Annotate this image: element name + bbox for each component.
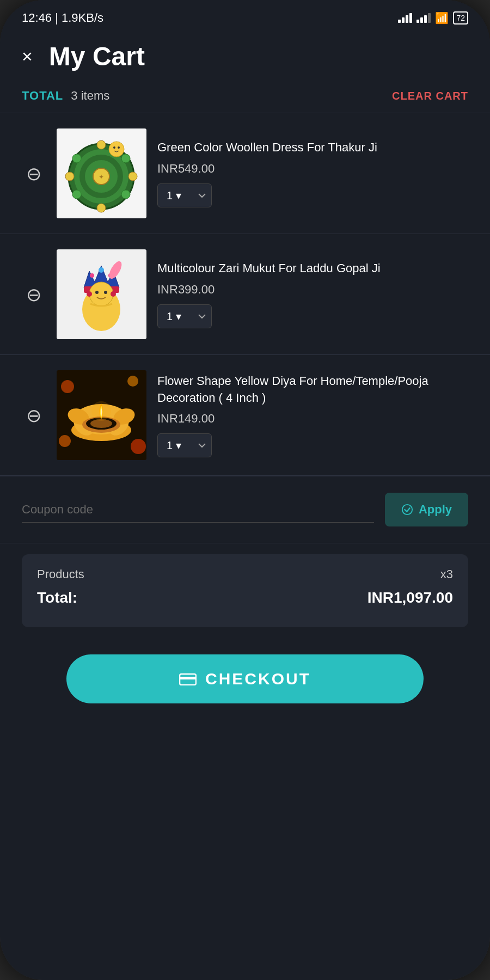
status-bar: 12:46 | 1.9KB/s 📶 72	[0, 0, 490, 30]
checkout-button[interactable]: CHECKOUT	[66, 654, 424, 703]
item-1-name: Green Color Woollen Dress For Thakur Ji	[157, 139, 468, 156]
phone-frame: 12:46 | 1.9KB/s 📶 72	[0, 0, 490, 980]
item-3-image	[57, 370, 146, 460]
item-2-quantity-select[interactable]: 1 ▾ 2 3	[157, 304, 212, 328]
svg-point-6	[121, 154, 130, 163]
divider-summary	[0, 543, 490, 543]
svg-point-12	[72, 154, 81, 163]
products-count: x3	[440, 567, 453, 581]
products-label: Products	[37, 567, 84, 581]
item-2-details: Multicolour Zari Mukut For Laddu Gopal J…	[157, 260, 468, 328]
svg-point-10	[72, 190, 81, 199]
checkmark-icon	[401, 504, 413, 516]
scroll-content[interactable]: ⊖	[0, 113, 490, 980]
remove-item-2-button[interactable]: ⊖	[22, 284, 46, 305]
item-2-image	[57, 249, 146, 339]
item-1-quantity-select[interactable]: 1 ▾ 2 3	[157, 183, 212, 207]
svg-point-26	[95, 291, 99, 294]
svg-point-9	[97, 204, 106, 212]
svg-point-11	[65, 172, 74, 181]
svg-point-17	[118, 146, 120, 149]
svg-point-31	[61, 380, 74, 393]
order-summary: Products x3 Total: INR1,097.00	[22, 554, 468, 627]
svg-point-45	[402, 505, 412, 514]
svg-text:✦: ✦	[99, 173, 104, 181]
item-2-price: INR399.00	[157, 283, 468, 297]
svg-point-8	[121, 190, 130, 199]
products-row: Products x3	[37, 567, 453, 581]
remove-item-3-button[interactable]: ⊖	[22, 405, 46, 426]
apply-coupon-button[interactable]: Apply	[385, 493, 468, 526]
svg-point-22	[99, 267, 104, 273]
svg-point-16	[113, 146, 115, 149]
item-3-quantity-select[interactable]: 1 ▾ 2 3	[157, 433, 212, 457]
svg-point-44	[91, 401, 111, 421]
svg-point-25	[89, 282, 113, 306]
total-summary-label: Total:	[37, 589, 77, 607]
item-3-price: INR149.00	[157, 412, 468, 426]
svg-point-33	[131, 439, 146, 454]
total-row: Total: INR1,097.00	[37, 589, 453, 607]
item-1-image: ✦	[57, 128, 146, 218]
credit-card-icon	[179, 672, 197, 685]
item-3-details: Flower Shape Yellow Diya For Home/Temple…	[157, 373, 468, 458]
coupon-section: Apply	[0, 476, 490, 543]
svg-point-15	[109, 142, 124, 157]
phone-screen: 12:46 | 1.9KB/s 📶 72	[0, 0, 490, 980]
wifi-icon: 📶	[435, 11, 449, 24]
cart-item: ⊖	[0, 234, 490, 355]
close-button[interactable]: ×	[22, 46, 33, 67]
cart-item: ⊖	[0, 113, 490, 234]
signal-icon	[398, 13, 412, 23]
cart-summary: TOTAL 3 items CLEAR CART	[0, 82, 490, 113]
coupon-input[interactable]	[22, 497, 374, 523]
svg-point-34	[59, 435, 71, 447]
total-summary-value: INR1,097.00	[367, 589, 453, 607]
items-count: 3 items	[71, 89, 109, 103]
svg-point-5	[97, 140, 106, 149]
header: × My Cart	[0, 30, 490, 82]
battery-icon: 72	[453, 11, 468, 24]
item-1-details: Green Color Woollen Dress For Thakur Ji …	[157, 139, 468, 207]
svg-point-28	[87, 291, 92, 297]
status-icons: 📶 72	[398, 11, 468, 24]
status-time: 12:46 | 1.9KB/s	[22, 11, 103, 25]
item-1-price: INR549.00	[157, 162, 468, 176]
signal-icon-2	[416, 13, 431, 23]
page-title: My Cart	[49, 41, 145, 71]
svg-point-32	[127, 376, 138, 387]
remove-item-1-button[interactable]: ⊖	[22, 163, 46, 185]
item-2-name: Multicolour Zari Mukut For Laddu Gopal J…	[157, 260, 468, 277]
svg-point-27	[104, 291, 107, 294]
checkout-area: CHECKOUT	[0, 638, 490, 731]
item-3-name: Flower Shape Yellow Diya For Home/Temple…	[157, 373, 468, 407]
cart-item: ⊖	[0, 355, 490, 476]
clear-cart-button[interactable]: CLEAR CART	[392, 90, 468, 102]
svg-point-21	[90, 273, 94, 278]
svg-point-7	[128, 172, 137, 181]
svg-point-29	[111, 291, 116, 297]
total-label: TOTAL	[22, 89, 63, 103]
total-section: TOTAL 3 items	[22, 89, 109, 103]
svg-rect-47	[180, 677, 196, 679]
